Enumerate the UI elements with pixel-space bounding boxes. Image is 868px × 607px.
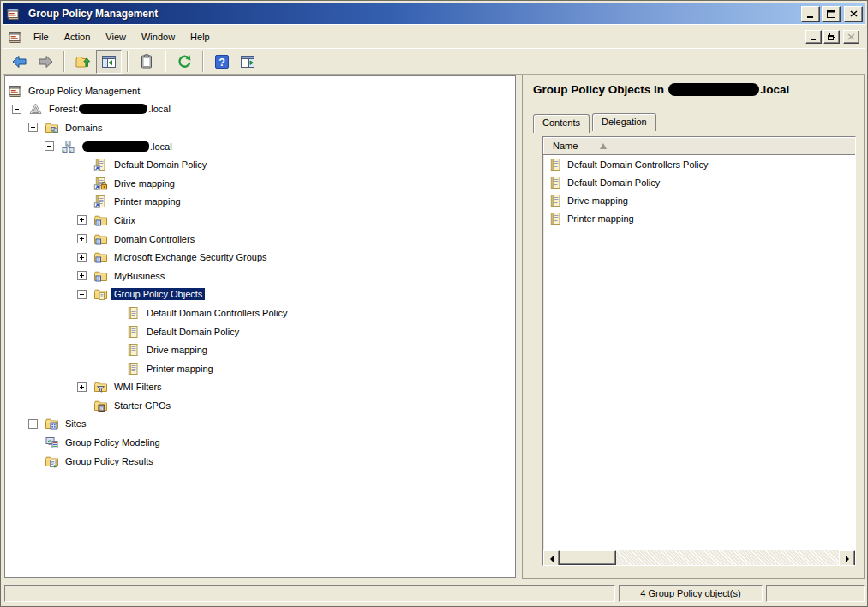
close-button[interactable] [844,6,863,22]
tree-item-label[interactable]: Printer mapping [144,363,216,375]
expander-collapse-icon[interactable] [45,141,61,151]
tree-label-text: .local [150,141,172,152]
tree-item-label[interactable]: Group Policy Modeling [63,436,163,448]
gposcroll-icon [126,362,141,376]
tree-item-label[interactable]: Domain Controllers [111,233,197,245]
tree-item-ou-domain-controllers[interactable]: Domain Controllers [5,230,515,249]
tab-delegation[interactable]: Delegation [592,113,656,131]
console-tree-toggle-button[interactable] [96,50,122,74]
tree-item-label[interactable]: Sites [63,418,88,430]
tree-item-label[interactable]: Default Domain Controllers Policy [144,307,290,319]
menu-help[interactable]: Help [183,29,218,45]
tree-item-starter-gpos[interactable]: Starter GPOs [5,396,515,415]
column-header-label: Name [553,141,578,151]
expander-expand-icon[interactable] [77,215,93,225]
tree-item-label[interactable]: Default Domain Policy [111,159,209,171]
menu-file[interactable]: File [26,29,57,45]
help-button[interactable]: ? [209,50,235,74]
child-minimize-button[interactable] [805,30,822,44]
list-item-default-domain-policy[interactable]: Default Domain Policy [543,173,855,191]
column-header-name[interactable]: Name [543,137,855,155]
menu-action[interactable]: Action [57,29,99,45]
expander-collapse-icon[interactable] [12,105,28,114]
minimize-button[interactable] [801,6,820,22]
menu-view[interactable]: View [98,29,134,45]
tree-item-group-policy-results[interactable]: Group Policy Results [5,452,515,471]
details-title-prefix: Group Policy Objects in [533,83,664,96]
tree-item-domain[interactable]: .local [5,137,515,156]
gposcroll-icon [126,325,141,339]
tree-item-sites[interactable]: Sites [5,415,515,434]
expander-collapse-icon[interactable] [77,290,93,299]
back-button[interactable] [7,50,33,74]
horizontal-scrollbar[interactable] [543,550,855,565]
console-tree-pane[interactable]: Group Policy ManagementForest:.localDoma… [4,75,516,578]
expander-expand-icon[interactable] [77,271,93,280]
tree-item-domains[interactable]: Domains [5,118,515,137]
tree-item-root[interactable]: Group Policy Management [5,81,515,100]
tree-item-label[interactable]: Domains [63,122,105,134]
list-item-label: Printer mapping [567,213,634,224]
tree-item-link-drive-mapping[interactable]: Drive mapping [5,174,515,193]
tree-item-label[interactable]: Drive mapping [111,177,177,189]
tree-item-link-printer-mapping[interactable]: Printer mapping [5,193,515,212]
gposcroll-icon [126,343,141,357]
tree-item-label[interactable]: Group Policy Objects [111,288,205,300]
tree-item-wmi-filters[interactable]: WMI Filters [5,378,515,397]
expander-expand-icon[interactable] [77,234,93,243]
gposcroll-icon [548,212,563,225]
tree-item-label[interactable]: Printer mapping [111,195,183,207]
tree-item-label[interactable]: Group Policy Management [26,85,142,97]
tree-item-ou-microsoft-exchange-security-groups[interactable]: Microsoft Exchange Security Groups [5,248,515,267]
tree-item-label[interactable]: Forest:.local [46,103,173,115]
status-panel-left [4,585,615,602]
tree-item-label[interactable]: Citrix [111,214,138,226]
list-item-default-domain-controllers-policy[interactable]: Default Domain Controllers Policy [543,155,855,173]
tree-item-label[interactable]: WMI Filters [111,381,165,393]
expander-expand-icon[interactable] [77,253,93,262]
tree-item-label[interactable]: Default Domain Policy [144,326,242,338]
expander-collapse-icon[interactable] [28,123,45,132]
scroll-right-button[interactable] [839,550,855,566]
modeling-icon [45,436,59,449]
gpolink-icon [93,195,108,208]
forward-button[interactable] [33,50,58,74]
tree-item-gpo-default-domain-policy[interactable]: Default Domain Policy [5,322,515,341]
maximize-button[interactable] [822,6,841,22]
refresh-button[interactable] [171,50,197,74]
tree-item-group-policy-objects[interactable]: Group Policy Objects [5,285,515,304]
tree-item-gpo-default-domain-controllers-policy[interactable]: Default Domain Controllers Policy [5,304,515,322]
menu-window[interactable]: Window [134,29,183,45]
tree-item-label[interactable]: Drive mapping [144,344,210,356]
scrollbar-track[interactable] [616,550,839,565]
child-restore-button[interactable] [823,30,840,44]
expander-expand-icon[interactable] [28,419,45,429]
tree-item-label[interactable]: Microsoft Exchange Security Groups [111,251,270,263]
ou-icon [93,213,108,227]
domain-icon [61,140,75,153]
tree-item-ou-citrix[interactable]: Citrix [5,211,515,230]
tab-contents[interactable]: Contents [533,114,590,133]
tree-item-group-policy-modeling[interactable]: Group Policy Modeling [5,433,515,452]
toolbar-separator [63,51,65,72]
tree-item-label[interactable]: .local [79,141,175,153]
pane-splitter[interactable] [516,75,522,579]
list-item-printer-mapping[interactable]: Printer mapping [543,209,855,227]
tree-item-link-default-domain-policy[interactable]: Default Domain Policy [5,155,515,174]
action-pane-toggle-button[interactable] [235,50,260,74]
status-panel-count: 4 Group Policy object(s) [619,585,763,602]
tree-item-label[interactable]: Group Policy Results [63,455,156,467]
tree-item-forest[interactable]: Forest:.local [5,100,515,119]
tree-item-ou-mybusiness[interactable]: MyBusiness [5,267,515,285]
tree-item-label[interactable]: Starter GPOs [111,400,173,412]
tree-item-gpo-drive-mapping[interactable]: Drive mapping [5,340,515,359]
clipboard-button[interactable] [134,50,159,74]
list-item-drive-mapping[interactable]: Drive mapping [543,191,855,209]
status-bar: 4 Group Policy object(s) [3,583,865,604]
tree-item-label[interactable]: MyBusiness [111,270,167,282]
up-one-level-button[interactable] [70,50,96,74]
tree-item-gpo-printer-mapping[interactable]: Printer mapping [5,359,515,378]
scrollbar-thumb[interactable] [560,550,616,565]
expander-expand-icon[interactable] [77,382,93,392]
scroll-left-button[interactable] [543,550,560,566]
